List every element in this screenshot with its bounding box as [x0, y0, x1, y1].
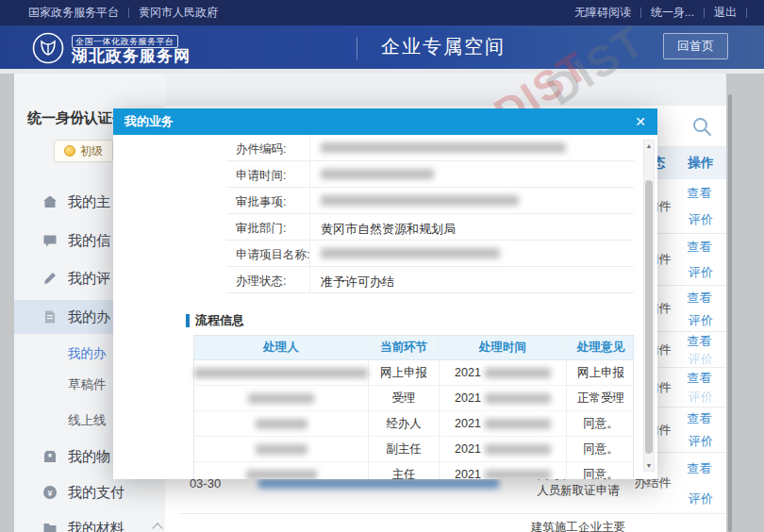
modal-header: 我的业务 ✕ — [113, 108, 657, 135]
field-row: 审批事项: — [226, 188, 634, 214]
site-header: 全国一体化政务服务平台 湖北政务服务网 企业专属空间 回首页 — [0, 25, 764, 69]
field-row: 办理状态: 准予许可办结 — [226, 267, 634, 293]
column-header-handler: 处理人 — [194, 336, 369, 359]
modal-title: 我的业务 — [125, 113, 174, 130]
medal-icon — [64, 145, 75, 157]
view-link[interactable]: 查看 — [687, 409, 711, 427]
view-link[interactable]: 查看 — [687, 289, 711, 307]
field-value: 准予许可办结 — [321, 274, 394, 291]
redacted-value — [321, 248, 500, 258]
rate-link[interactable]: 评价 — [689, 432, 713, 450]
step-cell: 受理 — [369, 386, 440, 410]
view-link[interactable]: 查看 — [687, 332, 711, 350]
field-row: 申请时间: — [226, 161, 634, 188]
chevron-up-icon[interactable] — [152, 523, 162, 532]
field-row: 审批部门: 黄冈市自然资源和规划局 — [226, 214, 634, 241]
link-national-platform[interactable]: 国家政务服务平台 — [28, 5, 119, 21]
level-badge: 初级 — [54, 140, 113, 162]
divider — [357, 37, 357, 59]
link-city-gov[interactable]: 黄冈市人民政府 — [139, 5, 218, 21]
view-link[interactable]: 查看 — [687, 369, 711, 387]
top-bar: 国家政务服务平台 黄冈市人民政府 无障碍阅读 统一身... 退出 — [0, 0, 764, 25]
table-row: 建筑施工企业主要负 — [179, 514, 726, 532]
sidebar-item-materials[interactable]: 我的材料 — [14, 511, 165, 532]
page-title: 企业专属空间 — [381, 34, 506, 59]
search-icon[interactable] — [690, 115, 713, 138]
rate-link[interactable]: 评价 — [689, 490, 713, 507]
field-label: 申请时间: — [236, 168, 286, 184]
pencil-icon — [42, 271, 58, 286]
field-label: 审批部门: — [236, 221, 286, 237]
view-link[interactable]: 查看 — [687, 184, 711, 202]
sidebar-item-label: 我的信 — [68, 232, 110, 250]
view-link[interactable]: 查看 — [687, 238, 711, 256]
section-title-process: 流程信息 — [186, 312, 244, 329]
link-accessibility[interactable]: 无障碍阅读 — [574, 5, 631, 21]
field-label: 办件编码: — [236, 141, 286, 158]
divider — [746, 8, 747, 18]
opinion-cell: 同意。 — [567, 411, 635, 436]
site-name: 湖北政务服务网 — [72, 48, 191, 65]
redacted-time — [485, 444, 551, 455]
scroll-down-icon[interactable]: ▼ — [644, 462, 654, 469]
process-row: 副主任 2021 同意。 — [194, 437, 633, 462]
field-label: 申请项目名称: — [236, 247, 309, 263]
time-prefix: 2021 — [455, 417, 481, 430]
column-header-opinion: 处理意见 — [567, 336, 635, 359]
redacted-time — [485, 470, 551, 480]
yen-coin-icon: ¥ — [42, 485, 58, 500]
emblem-icon — [32, 32, 64, 64]
redacted-time — [485, 393, 551, 404]
redacted-time — [485, 419, 551, 429]
section-title-label: 流程信息 — [195, 312, 244, 329]
modal-scrollbar[interactable]: ▲ ▼ — [643, 140, 655, 472]
process-row: 网上申报 2021 网上申报 — [194, 360, 633, 386]
scrollbar-thumb[interactable] — [645, 180, 653, 454]
column-header-action: 操作 — [675, 147, 726, 179]
time-prefix: 2021 — [455, 468, 481, 479]
opinion-cell: 网上申报 — [567, 360, 635, 385]
sidebar-item-label: 我的办 — [68, 308, 110, 326]
redacted-time — [485, 368, 551, 378]
sidebar-title: 统一身份认证平 — [27, 109, 126, 127]
column-header-time: 处理时间 — [440, 336, 567, 359]
column-header-step: 当前环节 — [369, 336, 440, 359]
page-scrollbar[interactable] — [728, 94, 732, 532]
rate-link[interactable]: 评价 — [689, 311, 713, 329]
field-value: 黄冈市自然资源和规划局 — [321, 221, 456, 238]
scroll-up-icon[interactable]: ▲ — [644, 142, 654, 149]
redacted-code[interactable] — [258, 478, 499, 489]
sidebar-subitem-online[interactable]: 线上线 — [68, 412, 107, 429]
site-logo[interactable]: 全国一体化政务服务平台 湖北政务服务网 — [32, 31, 191, 65]
opinion-cell: 正常受理 — [567, 386, 635, 410]
field-row: 申请项目名称: — [226, 241, 634, 267]
my-business-modal: 我的业务 ✕ 办件编码: 申请时间: 审批事项: 审批部门: 黄冈市自然资源和规… — [113, 108, 657, 479]
divider — [640, 8, 641, 18]
sidebar-subitem-my-work[interactable]: 我的办 — [68, 345, 107, 362]
redacted-value — [321, 195, 519, 206]
process-row: 经办人 2021 同意。 — [194, 411, 633, 437]
field-label: 办理状态: — [236, 274, 286, 290]
screen: 国家政务服务平台 黄冈市人民政府 无障碍阅读 统一身... 退出 全国一体化政务… — [0, 0, 764, 532]
step-cell: 经办人 — [369, 411, 440, 436]
view-link[interactable]: 查看 — [687, 459, 711, 477]
sidebar-subitem-drafts[interactable]: 草稿件 — [68, 376, 107, 393]
redacted-value — [321, 142, 566, 153]
divider — [704, 8, 705, 18]
redacted-handler — [246, 470, 317, 480]
redacted-value — [321, 169, 434, 179]
sidebar-item-label: 我的材料 — [68, 520, 125, 532]
rate-link[interactable]: 评价 — [689, 388, 713, 406]
rate-link[interactable]: 评价 — [689, 210, 713, 228]
folder-icon — [42, 521, 58, 532]
close-icon[interactable]: ✕ — [635, 115, 646, 128]
home-button[interactable]: 回首页 — [663, 33, 728, 59]
rate-link[interactable]: 评价 — [689, 350, 713, 368]
opinion-cell: 同意。 — [567, 437, 635, 461]
rate-link[interactable]: 评价 — [689, 263, 713, 281]
redacted-handler — [256, 444, 307, 455]
redacted-handler — [248, 393, 314, 404]
link-logout[interactable]: 退出 — [714, 5, 737, 21]
sidebar-item-payment[interactable]: ¥ 我的支付 — [14, 475, 165, 509]
link-unified-identity[interactable]: 统一身... — [651, 5, 694, 21]
